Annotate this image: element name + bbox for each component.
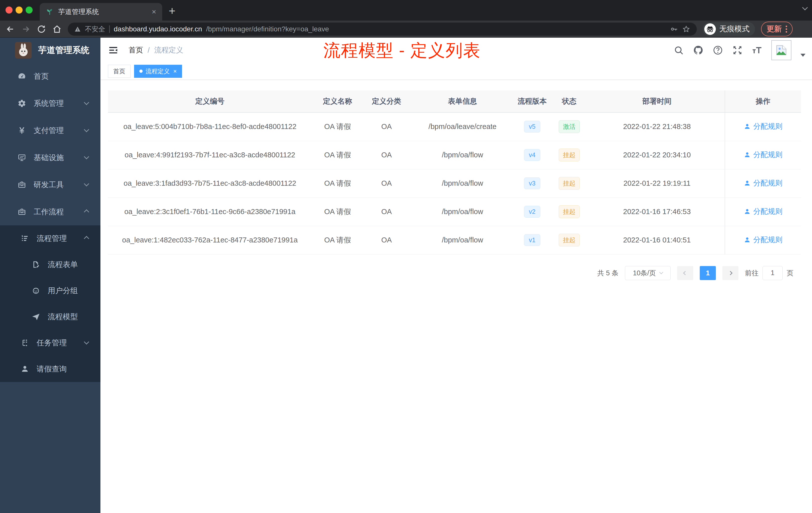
not-secure-warning-icon[interactable] xyxy=(74,26,81,32)
assign-rule-link[interactable]: 分配规则 xyxy=(744,121,782,131)
help-icon[interactable] xyxy=(713,45,723,56)
sidebar-item[interactable]: 支付管理 xyxy=(0,117,100,144)
sidebar-item[interactable]: 系统管理 xyxy=(0,90,100,117)
tab-close-icon[interactable]: × xyxy=(152,8,156,16)
cell-version: v3 xyxy=(515,169,549,198)
column-header-status: 状态 xyxy=(549,90,589,113)
tags-view-tag[interactable]: 流程定义 × xyxy=(134,65,182,78)
update-button[interactable]: 更新 xyxy=(761,22,793,36)
sidebar-item[interactable]: 任务管理 xyxy=(0,330,100,356)
page-size-select[interactable]: 10条/页 xyxy=(625,266,671,280)
page-number-button[interactable]: 1 xyxy=(700,266,716,280)
prev-page-button[interactable] xyxy=(677,266,693,280)
sidebar-item[interactable]: 流程模型 xyxy=(0,304,100,330)
password-key-icon[interactable] xyxy=(670,25,678,33)
yen-icon xyxy=(18,126,26,135)
not-secure-label[interactable]: 不安全 xyxy=(85,25,105,34)
sidebar-toggle-icon[interactable] xyxy=(108,45,118,56)
maximize-window-button[interactable] xyxy=(26,6,33,13)
menu-dots-icon[interactable] xyxy=(786,26,787,33)
cell-definition-name-link[interactable]: OA 请假 xyxy=(312,169,363,198)
home-icon[interactable] xyxy=(52,24,62,34)
cell-deploy-time: 2022-01-22 19:19:11 xyxy=(589,169,725,198)
tags-view-tag[interactable]: 首页 xyxy=(108,65,130,78)
sidebar-menu: 首页 系统管理 支付管理 基础设施 研发工具 工作流程 xyxy=(0,63,100,225)
content: 定义编号 定义名称 定义分类 表单信息 流程版本 状态 部署时间 操作 oa_l… xyxy=(100,80,812,280)
cell-actions: 分配规则 xyxy=(725,169,801,198)
address-bar[interactable]: 不安全 dashboard.yudao.iocoder.cn /bpm/mana… xyxy=(68,23,697,36)
cell-definition-name-link[interactable]: OA 请假 xyxy=(312,113,363,141)
new-tab-button[interactable]: + xyxy=(169,4,175,18)
tab-search-chevron-icon[interactable] xyxy=(802,5,808,10)
cell-category: OA xyxy=(363,226,410,254)
cell-definition-id: oa_leave:5:004b710b-7b8a-11ec-8ef0-acde4… xyxy=(108,113,312,141)
assign-rule-link[interactable]: 分配规则 xyxy=(744,207,782,217)
sidebar-item[interactable]: 工作流程 xyxy=(0,198,100,225)
cell-form-link[interactable]: /bpm/oa/leave/create xyxy=(410,113,515,141)
chevron-icon xyxy=(84,181,89,186)
assign-rule-link[interactable]: 分配规则 xyxy=(744,235,782,245)
sidebar-item[interactable]: 流程表单 xyxy=(0,251,100,278)
back-icon[interactable] xyxy=(5,24,15,34)
cell-version: v5 xyxy=(515,113,549,141)
definition-table: 定义编号 定义名称 定义分类 表单信息 流程版本 状态 部署时间 操作 oa_l… xyxy=(108,90,801,254)
github-icon[interactable] xyxy=(693,45,703,56)
gear-icon xyxy=(18,99,26,108)
cell-definition-name-link[interactable]: OA 请假 xyxy=(312,141,363,169)
assign-rule-link[interactable]: 分配规则 xyxy=(744,150,782,160)
main-panel: 首页 / 流程定义 流程模型 - 定义列表 xyxy=(100,38,812,513)
goto-label: 前往 xyxy=(745,269,758,278)
cell-form-link[interactable]: /bpm/oa/flow xyxy=(410,198,515,226)
url-domain[interactable]: dashboard.yudao.iocoder.cn xyxy=(114,25,202,33)
minimize-window-button[interactable] xyxy=(16,6,23,13)
table-header-row: 定义编号 定义名称 定义分类 表单信息 流程版本 状态 部署时间 操作 xyxy=(108,90,801,113)
fullscreen-icon[interactable] xyxy=(732,45,743,56)
chevron-right-icon xyxy=(728,271,733,275)
send-icon xyxy=(32,312,40,321)
cell-form-link[interactable]: /bpm/oa/flow xyxy=(410,169,515,198)
cell-definition-id: oa_leave:1:482ec033-762a-11ec-8477-a2380… xyxy=(108,226,312,254)
user-icon xyxy=(744,180,751,187)
goto-page-input[interactable] xyxy=(762,266,783,280)
close-window-button[interactable] xyxy=(5,6,12,13)
column-header-name: 定义名称 xyxy=(312,90,363,113)
sidebar-item[interactable]: 请假查询 xyxy=(0,356,100,382)
search-icon[interactable] xyxy=(673,45,684,56)
font-size-icon[interactable] xyxy=(752,45,762,56)
chevron-icon xyxy=(84,339,89,344)
bookmark-star-icon[interactable] xyxy=(682,25,690,33)
sidebar-item[interactable]: 流程管理 xyxy=(0,225,100,251)
chevron-icon xyxy=(84,127,89,132)
cell-category: OA xyxy=(363,113,410,141)
user-avatar-broken-image[interactable] xyxy=(771,40,791,60)
browser-tab[interactable]: 芋道管理系统 × xyxy=(40,3,162,21)
app-title: 芋道管理系统 xyxy=(38,44,89,56)
sidebar-item[interactable]: 首页 xyxy=(0,63,100,90)
breadcrumb: 首页 / 流程定义 xyxy=(128,45,183,55)
cell-status: 挂起 xyxy=(549,169,589,198)
status-tag: 挂起 xyxy=(559,177,580,190)
cell-form-link[interactable]: /bpm/oa/flow xyxy=(410,141,515,169)
browser-toolbar: 不安全 dashboard.yudao.iocoder.cn /bpm/mana… xyxy=(0,21,812,38)
cell-definition-name-link[interactable]: OA 请假 xyxy=(312,198,363,226)
sidebar-item[interactable]: 基础设施 xyxy=(0,144,100,171)
tag-close-icon[interactable]: × xyxy=(173,68,177,75)
avatar-dropdown-caret-icon[interactable] xyxy=(801,54,806,57)
cell-definition-id: oa_leave:3:1fad3d93-7b75-11ec-a3c8-acde4… xyxy=(108,169,312,198)
sidebar-item[interactable]: 用户分组 xyxy=(0,278,100,304)
sidebar-item[interactable]: 研发工具 xyxy=(0,171,100,198)
tasks-icon xyxy=(21,338,29,347)
breadcrumb-separator: / xyxy=(148,46,150,55)
cell-version: v1 xyxy=(515,226,549,254)
assign-rule-link[interactable]: 分配规则 xyxy=(744,178,782,188)
reload-icon[interactable] xyxy=(37,24,46,34)
breadcrumb-home[interactable]: 首页 xyxy=(128,45,143,55)
cell-definition-id: oa_leave:2:3c1f0ef1-76b1-11ec-9c66-a2380… xyxy=(108,198,312,226)
sidebar-logo[interactable]: 芋道管理系统 xyxy=(0,38,100,63)
forward-icon[interactable] xyxy=(21,24,31,34)
cell-form-link[interactable]: /bpm/oa/flow xyxy=(410,226,515,254)
cell-definition-name-link[interactable]: OA 请假 xyxy=(312,226,363,254)
url-path[interactable]: /bpm/manager/definition?key=oa_leave xyxy=(206,25,666,33)
cell-version: v4 xyxy=(515,141,549,169)
next-page-button[interactable] xyxy=(722,266,738,280)
